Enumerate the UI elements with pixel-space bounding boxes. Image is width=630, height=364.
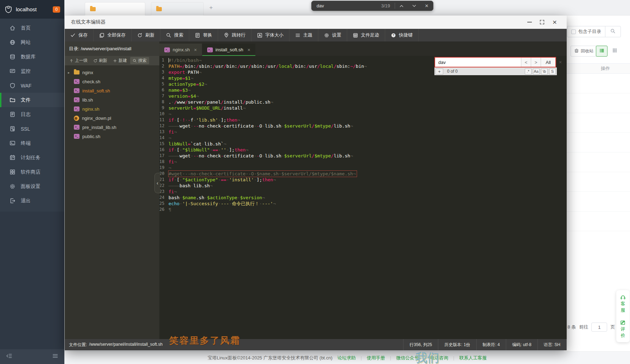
toolbar-theme-button[interactable]: 主题 [289, 29, 318, 41]
footer-link[interactable]: 微信公众号 [396, 355, 419, 361]
location-tab-1[interactable] [85, 2, 145, 15]
toolbar-replace-button[interactable]: 替换 [189, 29, 218, 41]
toolbar-button-label: 替换 [203, 32, 212, 38]
tree-action-refresh-button[interactable]: 刷新 [91, 57, 110, 64]
search-prev-button[interactable]: < [521, 58, 531, 67]
sidebar-item-log[interactable]: 日志 [0, 107, 64, 122]
footer-link[interactable]: 使用手册 [367, 355, 385, 361]
tree-item-label: nginx [82, 70, 93, 75]
line-number: 2 [159, 63, 168, 69]
sidebar-item-store[interactable]: 软件商店 [0, 165, 64, 179]
code-editor[interactable]: 1#!/bin/bash¬2PATH=/bin:/sbin:/usr/bin:/… [159, 56, 567, 339]
code-line-10: 10¬ [159, 111, 567, 117]
search-all-button[interactable]: All [541, 58, 555, 67]
fullscreen-button[interactable] [536, 18, 548, 27]
toolbar-copy-button[interactable]: 全部保存 [94, 29, 132, 41]
toolbar-gear-button[interactable]: 设置 [318, 29, 347, 41]
footer-links: 论坛求助|使用手册|微信公众号|电话咨询|联系人工客服 [337, 355, 487, 361]
tree-action-label: 上一级 [75, 58, 88, 64]
expand-caret-icon[interactable]: ▸ [68, 71, 71, 74]
directory-path[interactable]: /www/server/panel/install [81, 46, 132, 51]
toolbar-help-button[interactable]: ?快捷键 [385, 29, 419, 41]
search-option-button[interactable]: S [549, 69, 556, 74]
toolbar-calendar-button[interactable]: 文件足迹 [347, 29, 385, 41]
line-content: bash·$name.sh·$actionType·$version¬ [168, 195, 265, 201]
search-option-button[interactable]: Aa [533, 69, 540, 74]
find-close-button[interactable]: × [420, 1, 433, 11]
tree-action-plus-button[interactable]: 新建 [110, 57, 129, 64]
search-add-button[interactable]: + [435, 69, 443, 74]
tree-item-install_soft.sh[interactable]: >_install_soft.sh [65, 86, 159, 95]
footer-link[interactable]: 论坛求助 [337, 355, 356, 361]
editor-search-input[interactable] [435, 58, 521, 67]
line-content: version=$4¬ [168, 93, 199, 99]
tree-action-up-button[interactable]: 上一级 [67, 57, 90, 64]
editor-tab-nginx.sh[interactable]: >_nginx.sh× [159, 44, 202, 56]
toolbar-refresh-button[interactable]: 刷新 [132, 29, 160, 41]
sidebar-item-home[interactable]: 首页 [0, 21, 64, 35]
toolbar-check-button[interactable]: 保存 [65, 29, 94, 41]
sidebar-item-terminal[interactable]: 终端 [0, 136, 64, 150]
file-search-button[interactable] [605, 26, 621, 37]
sidebar-item-monitor[interactable]: 监控 [0, 64, 64, 78]
footer-link[interactable]: 联系人工客服 [459, 355, 487, 361]
line-content: libNull=`cat·lib.sh`¬ [168, 141, 226, 147]
search-option-button[interactable]: \b [541, 69, 548, 74]
sidebar-item-label: 数据库 [21, 54, 36, 60]
list-view-button[interactable] [596, 46, 607, 57]
sidebar-item-database[interactable]: 数据库 [0, 50, 64, 64]
find-prev-button[interactable] [395, 1, 408, 11]
list-view-icon [599, 48, 605, 55]
toolbar-search-button[interactable]: 搜索 [160, 29, 189, 41]
collapse-tree-handle[interactable]: ‹ [154, 173, 160, 193]
tree-item-nginx_down.pl[interactable]: nginx_down.pl [65, 113, 159, 123]
tree-item-public.sh[interactable]: >_public.sh [65, 132, 159, 141]
sidebar-item-folder[interactable]: 文件 [0, 93, 64, 107]
add-tab-button[interactable]: + [209, 4, 213, 11]
sidebar-item-ssl[interactable]: SSL [0, 122, 64, 136]
tree-item-pre_install_lib.sh[interactable]: >_pre_install_lib.sh [65, 123, 159, 132]
grid-view-icon [612, 48, 617, 54]
minimize-button[interactable] [523, 18, 536, 27]
search-icon [610, 28, 616, 35]
find-next-button[interactable] [408, 1, 420, 11]
toolbar-pin-button[interactable]: 跳转行 [218, 29, 252, 41]
tree-item-check.sh[interactable]: >_check.sh [65, 77, 159, 86]
close-tab-icon[interactable]: × [247, 47, 250, 53]
menu-icon[interactable] [52, 353, 58, 360]
search-next-button[interactable]: > [531, 58, 541, 67]
pin-icon [224, 33, 229, 38]
sidebar-item-waf[interactable]: WAF [0, 78, 64, 93]
editor-modal: 在线文本编辑器 × 保存全部保存刷新搜索替换跳转行字体大小主题设置文件足迹?快捷… [65, 15, 567, 350]
page-number-input[interactable] [591, 323, 607, 332]
tree-item-nginx.sh[interactable]: >_nginx.sh [65, 104, 159, 113]
include-subdir-checkbox[interactable] [571, 30, 576, 34]
search-close-button[interactable]: × [557, 57, 564, 67]
sidebar-item-label: 文件 [21, 97, 31, 103]
grid-view-button[interactable] [610, 46, 619, 57]
close-modal-button[interactable]: × [548, 18, 561, 27]
location-tab-2[interactable] [151, 2, 204, 15]
search-option-button[interactable]: .* [525, 69, 532, 74]
toolbar-font-button[interactable]: 字体大小 [252, 29, 289, 41]
floating-service-button[interactable]: 客服 [620, 294, 626, 313]
file-tree-panel: 目录: /www/server/panel/install 上一级刷新新建搜索 … [65, 41, 159, 339]
tree-item-nginx[interactable]: ▸nginx [65, 68, 159, 77]
message-badge[interactable]: 0 [53, 6, 60, 13]
close-tab-icon[interactable]: × [194, 47, 197, 53]
tree-action-search-button[interactable]: 搜索 [130, 57, 149, 64]
sidebar-item-logout[interactable]: 退出 [0, 194, 64, 208]
shell-file-icon: >_ [74, 134, 79, 139]
tree-item-lib.sh[interactable]: >_lib.sh [65, 95, 159, 104]
recycle-bin-button[interactable]: 回收站 [571, 46, 597, 57]
footer-link[interactable]: 电话咨询 [430, 355, 448, 361]
collapse-sidebar-icon[interactable] [6, 353, 12, 360]
find-query[interactable]: dav [312, 3, 381, 8]
code-line-14: 14¬ [159, 135, 567, 141]
editor-tab-install_soft.sh[interactable]: >_install_soft.sh× [202, 44, 256, 56]
sidebar-item-gear[interactable]: 面板设置 [0, 179, 64, 194]
sidebar-item-cron[interactable]: 计划任务 [0, 150, 64, 165]
floating-edit-button[interactable]: 评价 [620, 320, 626, 338]
service-icon [620, 294, 626, 300]
sidebar-item-globe[interactable]: 网站 [0, 35, 64, 50]
